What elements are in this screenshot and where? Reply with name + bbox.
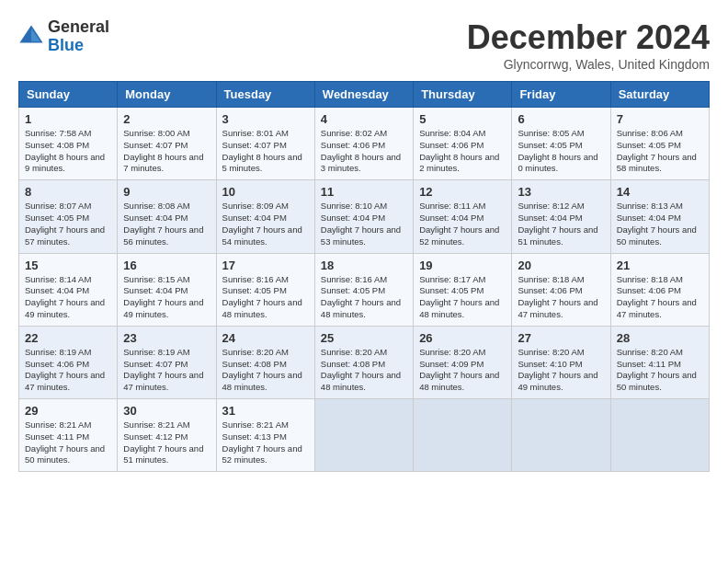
calendar-day: 10Sunrise: 8:09 AMSunset: 4:04 PMDayligh…	[216, 180, 314, 253]
calendar-day: 3Sunrise: 8:01 AMSunset: 4:07 PMDaylight…	[216, 108, 314, 180]
day-info: Sunrise: 8:00 AMSunset: 4:07 PMDaylight …	[123, 128, 210, 175]
day-number: 4	[321, 112, 407, 126]
calendar-day: 31Sunrise: 8:21 AMSunset: 4:13 PMDayligh…	[216, 399, 314, 472]
day-number: 23	[123, 331, 210, 345]
day-info: Sunrise: 8:21 AMSunset: 4:11 PMDaylight …	[25, 419, 111, 466]
calendar-day: 2Sunrise: 8:00 AMSunset: 4:07 PMDaylight…	[118, 108, 216, 180]
logo-text: General Blue	[48, 18, 109, 55]
calendar-day: 12Sunrise: 8:11 AMSunset: 4:04 PMDayligh…	[414, 180, 512, 253]
day-number: 22	[25, 331, 111, 345]
day-number: 17	[222, 259, 309, 272]
calendar-day: 30Sunrise: 8:21 AMSunset: 4:12 PMDayligh…	[118, 399, 216, 472]
calendar-day: 26Sunrise: 8:20 AMSunset: 4:09 PMDayligh…	[414, 326, 512, 398]
day-info: Sunrise: 8:18 AMSunset: 4:06 PMDaylight …	[617, 274, 703, 321]
calendar-day: 23Sunrise: 8:19 AMSunset: 4:07 PMDayligh…	[118, 326, 216, 398]
day-number: 19	[419, 259, 506, 272]
calendar-week: 22Sunrise: 8:19 AMSunset: 4:06 PMDayligh…	[19, 326, 710, 398]
day-info: Sunrise: 8:20 AMSunset: 4:09 PMDaylight …	[419, 347, 506, 394]
header-day: Tuesday	[216, 82, 314, 108]
calendar-body: 1Sunrise: 7:58 AMSunset: 4:08 PMDaylight…	[19, 108, 710, 472]
day-info: Sunrise: 8:14 AMSunset: 4:04 PMDaylight …	[25, 274, 111, 321]
day-number: 7	[617, 112, 703, 126]
day-info: Sunrise: 8:21 AMSunset: 4:12 PMDaylight …	[123, 419, 210, 466]
calendar-day	[610, 399, 709, 472]
calendar-day: 18Sunrise: 8:16 AMSunset: 4:05 PMDayligh…	[314, 253, 413, 326]
calendar-day: 14Sunrise: 8:13 AMSunset: 4:04 PMDayligh…	[610, 180, 709, 253]
day-info: Sunrise: 8:01 AMSunset: 4:07 PMDaylight …	[222, 128, 309, 175]
day-number: 30	[123, 404, 210, 418]
day-info: Sunrise: 7:58 AMSunset: 4:08 PMDaylight …	[25, 128, 111, 175]
day-info: Sunrise: 8:12 AMSunset: 4:04 PMDaylight …	[518, 201, 604, 247]
calendar-day: 21Sunrise: 8:18 AMSunset: 4:06 PMDayligh…	[610, 253, 709, 326]
day-number: 29	[25, 404, 111, 418]
day-number: 15	[25, 259, 111, 272]
calendar-day	[512, 399, 610, 472]
calendar-day: 25Sunrise: 8:20 AMSunset: 4:08 PMDayligh…	[314, 326, 413, 398]
day-info: Sunrise: 8:05 AMSunset: 4:05 PMDaylight …	[518, 128, 604, 175]
header-day: Sunday	[19, 82, 118, 108]
header-day: Thursday	[414, 82, 512, 108]
day-number: 6	[518, 112, 604, 126]
calendar-week: 29Sunrise: 8:21 AMSunset: 4:11 PMDayligh…	[19, 399, 710, 472]
logo-icon	[18, 22, 44, 48]
calendar-day: 1Sunrise: 7:58 AMSunset: 4:08 PMDaylight…	[19, 108, 118, 180]
calendar-day: 11Sunrise: 8:10 AMSunset: 4:04 PMDayligh…	[314, 180, 413, 253]
calendar-table: SundayMondayTuesdayWednesdayThursdayFrid…	[18, 81, 710, 472]
calendar-day: 20Sunrise: 8:18 AMSunset: 4:06 PMDayligh…	[512, 253, 610, 326]
calendar-day: 9Sunrise: 8:08 AMSunset: 4:04 PMDaylight…	[118, 180, 216, 253]
header-day: Saturday	[610, 82, 709, 108]
day-number: 11	[321, 185, 407, 199]
logo: General Blue	[18, 18, 109, 55]
header-row: SundayMondayTuesdayWednesdayThursdayFrid…	[19, 82, 710, 108]
day-info: Sunrise: 8:13 AMSunset: 4:04 PMDaylight …	[617, 201, 703, 247]
day-info: Sunrise: 8:19 AMSunset: 4:07 PMDaylight …	[123, 347, 210, 394]
day-info: Sunrise: 8:08 AMSunset: 4:04 PMDaylight …	[123, 201, 210, 247]
calendar-day: 19Sunrise: 8:17 AMSunset: 4:05 PMDayligh…	[414, 253, 512, 326]
day-info: Sunrise: 8:21 AMSunset: 4:13 PMDaylight …	[222, 419, 309, 466]
day-number: 14	[617, 185, 703, 199]
day-info: Sunrise: 8:16 AMSunset: 4:05 PMDaylight …	[321, 274, 407, 321]
day-number: 9	[123, 185, 210, 199]
day-number: 8	[25, 185, 111, 199]
day-info: Sunrise: 8:04 AMSunset: 4:06 PMDaylight …	[419, 128, 506, 175]
day-number: 21	[617, 259, 703, 272]
day-info: Sunrise: 8:19 AMSunset: 4:06 PMDaylight …	[25, 347, 111, 394]
day-info: Sunrise: 8:02 AMSunset: 4:06 PMDaylight …	[321, 128, 407, 175]
day-number: 26	[419, 331, 506, 345]
calendar-week: 15Sunrise: 8:14 AMSunset: 4:04 PMDayligh…	[19, 253, 710, 326]
day-number: 2	[123, 112, 210, 126]
day-info: Sunrise: 8:20 AMSunset: 4:11 PMDaylight …	[617, 347, 703, 394]
calendar-week: 1Sunrise: 7:58 AMSunset: 4:08 PMDaylight…	[19, 108, 710, 180]
day-info: Sunrise: 8:20 AMSunset: 4:10 PMDaylight …	[518, 347, 604, 394]
month-title: December 2024	[467, 18, 710, 57]
calendar-day: 22Sunrise: 8:19 AMSunset: 4:06 PMDayligh…	[19, 326, 118, 398]
day-number: 28	[617, 331, 703, 345]
day-info: Sunrise: 8:20 AMSunset: 4:08 PMDaylight …	[222, 347, 309, 394]
logo-blue: Blue	[48, 37, 109, 55]
calendar-day: 17Sunrise: 8:16 AMSunset: 4:05 PMDayligh…	[216, 253, 314, 326]
calendar-day: 27Sunrise: 8:20 AMSunset: 4:10 PMDayligh…	[512, 326, 610, 398]
calendar-day	[314, 399, 413, 472]
day-info: Sunrise: 8:07 AMSunset: 4:05 PMDaylight …	[25, 201, 111, 247]
day-number: 10	[222, 185, 309, 199]
day-info: Sunrise: 8:06 AMSunset: 4:05 PMDaylight …	[617, 128, 703, 175]
day-number: 16	[123, 259, 210, 272]
calendar-day: 8Sunrise: 8:07 AMSunset: 4:05 PMDaylight…	[19, 180, 118, 253]
day-number: 13	[518, 185, 604, 199]
day-number: 5	[419, 112, 506, 126]
header-day: Friday	[512, 82, 610, 108]
day-number: 27	[518, 331, 604, 345]
day-info: Sunrise: 8:18 AMSunset: 4:06 PMDaylight …	[518, 274, 604, 321]
calendar-day: 7Sunrise: 8:06 AMSunset: 4:05 PMDaylight…	[610, 108, 709, 180]
calendar-header: SundayMondayTuesdayWednesdayThursdayFrid…	[19, 82, 710, 108]
calendar-day: 28Sunrise: 8:20 AMSunset: 4:11 PMDayligh…	[610, 326, 709, 398]
page-header: General Blue December 2024 Glyncorrwg, W…	[18, 18, 710, 72]
day-number: 31	[222, 404, 309, 418]
header-day: Monday	[118, 82, 216, 108]
calendar-day: 5Sunrise: 8:04 AMSunset: 4:06 PMDaylight…	[414, 108, 512, 180]
calendar-day: 13Sunrise: 8:12 AMSunset: 4:04 PMDayligh…	[512, 180, 610, 253]
calendar-day	[414, 399, 512, 472]
logo-general: General	[48, 18, 109, 37]
title-block: December 2024 Glyncorrwg, Wales, United …	[467, 18, 710, 72]
day-info: Sunrise: 8:15 AMSunset: 4:04 PMDaylight …	[123, 274, 210, 321]
